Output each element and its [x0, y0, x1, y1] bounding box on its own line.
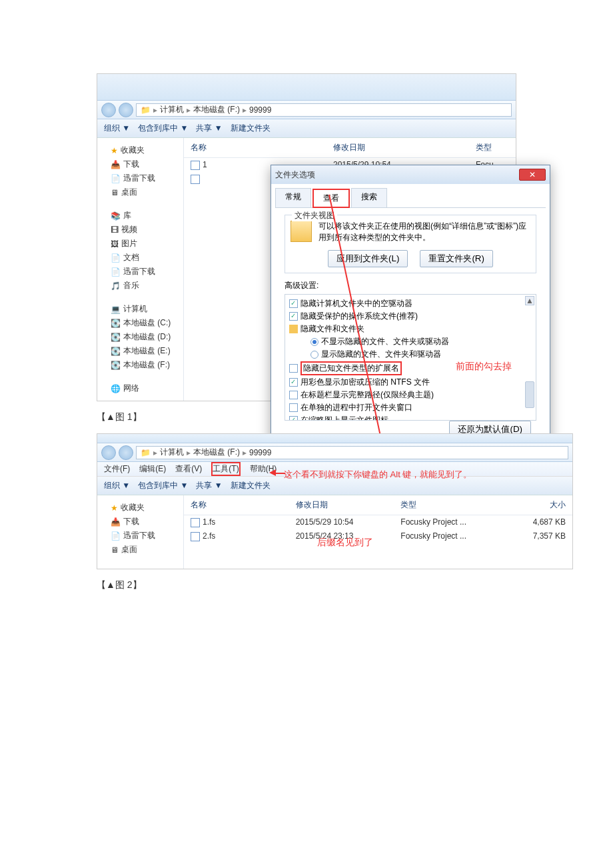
folderview-legend: 文件夹视图	[292, 210, 337, 221]
file-list-pane: 名称 修改日期 类型 12015/5/29 10:54Focu13Focu 文件…	[184, 138, 516, 401]
close-icon[interactable]: ✕	[519, 169, 546, 181]
file-icon	[191, 161, 200, 170]
folder-view-fieldset: 文件夹视图 可以将该文件夹正在使用的视图(例如“详细信息”或“图标”)应用到所有…	[285, 215, 536, 273]
checkbox[interactable]	[289, 378, 298, 387]
figure-2-screenshot: 📁 ▸ 计算机 ▸ 本地磁盘 (F:) ▸ 99999 文件(F) 编辑(E) …	[97, 433, 573, 569]
col-name[interactable]: 名称	[191, 142, 333, 153]
sidebar-desktop[interactable]: 🖥 桌面	[101, 185, 179, 199]
organize-button[interactable]: 组织 ▼	[104, 123, 130, 134]
explorer-sidebar: ★ 收藏夹 📥 下载 📄 迅雷下载 🖥 桌面 📚 库 🎞 视频 🖼 图片 📄 文…	[97, 138, 184, 401]
star-icon: ★	[111, 146, 118, 155]
breadcrumb[interactable]: 📁 ▸ 计算机 ▸ 本地磁盘 (F:) ▸ 99999	[136, 103, 512, 117]
folderview-desc: 可以将该文件夹正在使用的视图(例如“详细信息”或“图标”)应用到所有这种类型的文…	[318, 221, 530, 243]
dialog-tabs: 常规 查看 搜索	[275, 188, 546, 208]
checkbox[interactable]	[289, 299, 298, 308]
dialog-title: 文件夹选项	[275, 169, 315, 181]
advanced-setting-item[interactable]: 不显示隐藏的文件、文件夹或驱动器	[289, 335, 532, 348]
highlighted-option: 隐藏已知文件类型的扩展名	[301, 361, 402, 375]
file-icon	[191, 175, 200, 184]
table-row[interactable]: 1.fs2015/5/29 10:54Focusky Project ...4,…	[184, 515, 572, 529]
explorer-sidebar-2: ★ 收藏夹 📥 下载 📄 迅雷下载 🖥 桌面	[97, 495, 184, 569]
menu-file[interactable]: 文件(F)	[104, 463, 130, 475]
advanced-setting-item[interactable]: 在标题栏显示完整路径(仅限经典主题)	[289, 389, 532, 401]
address-bar: 📁 ▸ 计算机 ▸ 本地磁盘 (F:) ▸ 99999	[97, 101, 516, 119]
bc-folder[interactable]: 99999	[249, 105, 271, 115]
folderview-icon	[291, 221, 312, 242]
radio[interactable]	[310, 351, 318, 359]
sidebar-documents[interactable]: 📄 文档	[101, 251, 179, 265]
explorer-toolbar: 组织 ▼ 包含到库中 ▼ 共享 ▼ 新建文件夹	[97, 119, 516, 138]
bc-computer[interactable]: 计算机	[160, 104, 184, 115]
scrollbar-thumb[interactable]	[525, 381, 534, 408]
file-icon	[191, 518, 200, 527]
forward-button[interactable]	[119, 103, 133, 117]
folder-icon: 📁	[141, 105, 151, 115]
advanced-setting-item[interactable]: 隐藏文件和文件夹	[289, 323, 532, 335]
sidebar-xunlei[interactable]: 📄 迅雷下载	[101, 171, 179, 185]
menu-tools[interactable]: 工具(T)	[211, 462, 240, 476]
sidebar-downloads[interactable]: 📥 下载	[101, 157, 179, 171]
sidebar-computer[interactable]: 💻 计算机	[101, 302, 179, 316]
tab-general[interactable]: 常规	[275, 188, 311, 207]
checkbox[interactable]	[289, 391, 298, 399]
tab-search[interactable]: 搜索	[351, 188, 387, 207]
back-button-2[interactable]	[101, 445, 116, 460]
advanced-setting-item[interactable]: 在单独的进程中打开文件夹窗口	[289, 401, 532, 414]
reset-folders-button[interactable]: 重置文件夹(R)	[420, 250, 493, 267]
include-library-button[interactable]: 包含到库中 ▼	[138, 123, 188, 134]
sidebar-disk-e[interactable]: 💽 本地磁盘 (E:)	[101, 344, 179, 358]
checkbox[interactable]	[289, 364, 298, 373]
col-date[interactable]: 修改日期	[333, 142, 476, 153]
advanced-settings-list[interactable]: 隐藏计算机文件夹中的空驱动器 隐藏受保护的操作系统文件(推荐) 隐藏文件和文件夹…	[285, 294, 536, 421]
column-headers-2[interactable]: 名称 修改日期 类型 大小	[184, 495, 572, 515]
annotation-altkey: 这个看不到就按下你键盘的 Alt 键，就能见到了。	[284, 469, 472, 481]
folder-icon	[289, 325, 298, 333]
apply-to-folders-button[interactable]: 应用到文件夹(L)	[328, 250, 408, 267]
sidebar-network[interactable]: 🌐 网络	[101, 381, 179, 395]
share-button[interactable]: 共享 ▼	[196, 123, 222, 134]
advanced-label: 高级设置:	[285, 280, 536, 291]
figure-1-screenshot: 📁 ▸ 计算机 ▸ 本地磁盘 (F:) ▸ 99999 组织 ▼ 包含到库中 ▼…	[97, 73, 516, 401]
breadcrumb-2[interactable]: 📁 ▸ 计算机 ▸ 本地磁盘 (F:) ▸ 99999	[136, 446, 568, 459]
dialog-titlebar[interactable]: 文件夹选项 ✕	[271, 165, 550, 184]
bc-disk[interactable]: 本地磁盘 (F:)	[193, 104, 240, 115]
sidebar-disk-c[interactable]: 💽 本地磁盘 (C:)	[101, 316, 179, 330]
radio[interactable]	[310, 338, 318, 346]
advanced-setting-item[interactable]: 隐藏计算机文件夹中的空驱动器	[289, 297, 532, 310]
sidebar-disk-f[interactable]: 💽 本地磁盘 (F:)	[101, 358, 179, 372]
sidebar-pictures[interactable]: 🖼 图片	[101, 237, 179, 251]
checkbox[interactable]	[289, 403, 298, 412]
advanced-setting-item[interactable]: 在缩略图上显示文件图标	[289, 414, 532, 421]
file-icon	[191, 532, 200, 541]
sidebar-video[interactable]: 🎞 视频	[101, 223, 179, 237]
advanced-setting-item[interactable]: 用彩色显示加密或压缩的 NTFS 文件	[289, 376, 532, 389]
checkbox[interactable]	[289, 312, 298, 321]
window-titlebar-2	[97, 434, 572, 443]
file-list-pane-2: 名称 修改日期 类型 大小 1.fs2015/5/29 10:54Focusky…	[184, 495, 572, 569]
sidebar-xunlei2[interactable]: 📄 迅雷下载	[101, 265, 179, 279]
sidebar-music[interactable]: 🎵 音乐	[101, 279, 179, 293]
advanced-setting-item[interactable]: 隐藏受保护的操作系统文件(推荐)	[289, 310, 532, 323]
address-bar-2: 📁 ▸ 计算机 ▸ 本地磁盘 (F:) ▸ 99999	[97, 443, 572, 462]
back-button[interactable]	[101, 103, 116, 117]
menu-edit[interactable]: 编辑(E)	[139, 463, 166, 475]
window-titlebar	[97, 74, 516, 101]
sidebar-libraries[interactable]: 📚 库	[101, 209, 179, 223]
col-type[interactable]: 类型	[476, 142, 509, 153]
figure-2-caption: 【▲图 2】	[97, 579, 516, 591]
forward-button-2[interactable]	[119, 445, 133, 460]
checkbox[interactable]	[289, 416, 298, 421]
folder-icon: 📁	[141, 448, 151, 457]
sidebar-favorites[interactable]: ★ 收藏夹	[101, 143, 179, 157]
sidebar-disk-d[interactable]: 💽 本地磁盘 (D:)	[101, 330, 179, 344]
menu-view[interactable]: 查看(V)	[175, 463, 202, 475]
annotation-arrowhead-2	[269, 469, 276, 476]
advanced-setting-item[interactable]: 显示隐藏的文件、文件夹和驱动器	[289, 348, 532, 361]
column-headers[interactable]: 名称 修改日期 类型	[184, 138, 516, 158]
scroll-up-icon[interactable]: ▲	[525, 296, 534, 305]
annotation-ext: 后缀名见到了	[317, 537, 373, 549]
annotation-uncheck: 前面的勾去掉	[456, 361, 512, 373]
newfolder-button[interactable]: 新建文件夹	[231, 123, 271, 134]
table-row[interactable]: 2.fs2015/5/24 23:13Focusky Project ...7,…	[184, 529, 572, 543]
